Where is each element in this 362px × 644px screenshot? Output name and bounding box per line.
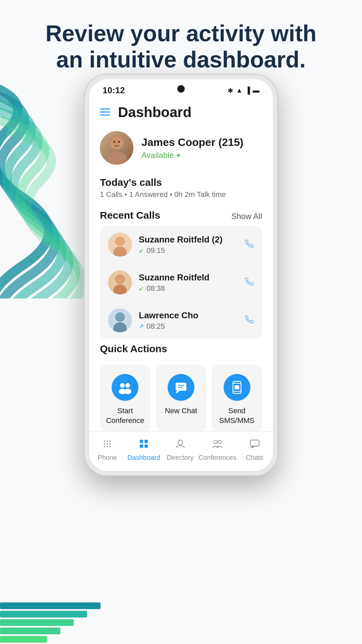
nav-phone-label: Phone [98, 454, 117, 462]
svg-point-21 [125, 383, 130, 388]
app-title: Dashboard [118, 104, 191, 120]
app-content: James Cooper (215) Available ▾ Today's c… [89, 124, 273, 463]
svg-marker-56 [251, 446, 255, 448]
svg-point-45 [104, 446, 105, 447]
svg-point-41 [109, 440, 111, 442]
call-avatar-suzanne1 [108, 232, 132, 257]
start-conference-button[interactable]: Start Conference [100, 365, 150, 432]
wifi-icon: ▲ [236, 87, 243, 94]
nav-directory[interactable]: Directory [162, 436, 198, 464]
call-direction-icon: ↙ [139, 285, 144, 292]
user-status-text: Available [141, 151, 174, 160]
call-item: Suzanne Roitfeld (2) ↙ 09:15 [100, 226, 262, 264]
svg-point-46 [107, 446, 108, 447]
call-name: Suzanne Roitfeld [139, 272, 244, 283]
directory-nav-icon [175, 438, 186, 452]
user-name: James Cooper (215) [141, 136, 262, 149]
call-phone-button[interactable] [244, 276, 254, 289]
svg-point-42 [104, 443, 105, 444]
svg-rect-57 [0, 602, 101, 609]
background-curves [0, 64, 90, 299]
svg-rect-58 [0, 611, 87, 618]
recent-calls-title: Recent Calls [100, 210, 160, 221]
svg-rect-61 [0, 636, 47, 643]
svg-point-4 [107, 151, 127, 165]
user-status-row[interactable]: Available ▾ [141, 151, 262, 160]
svg-rect-59 [0, 619, 74, 626]
svg-rect-49 [144, 440, 148, 443]
nav-conferences-label: Conferences [198, 454, 236, 462]
user-info: James Cooper (215) Available ▾ [141, 136, 262, 160]
svg-point-43 [107, 443, 108, 444]
call-time-row: ↗ 08:25 [139, 322, 244, 331]
status-icons: ✱ ▲ ▐ ▬ [228, 87, 259, 95]
nav-chats[interactable]: Chats [236, 436, 273, 464]
call-avatar-suzanne2 [108, 270, 132, 294]
svg-point-5 [110, 136, 123, 150]
svg-point-11 [116, 236, 124, 245]
dashboard-nav-icon [138, 438, 149, 452]
nav-phone[interactable]: Phone [89, 436, 126, 464]
quick-actions-title: Quick Actions [100, 343, 262, 355]
nav-conferences[interactable]: Conferences [198, 436, 236, 464]
call-time-row: ↙ 09:15 [139, 246, 244, 255]
call-direction-icon: ↙ [139, 247, 144, 254]
svg-point-47 [109, 446, 111, 447]
status-bar: 10:12 ✱ ▲ ▐ ▬ [89, 79, 273, 99]
nav-dashboard[interactable]: Dashboard [126, 436, 162, 464]
bottom-nav: Phone Dashboard [89, 431, 273, 471]
call-avatar-lawrence [108, 308, 132, 332]
calls-list: Suzanne Roitfeld (2) ↙ 09:15 [100, 226, 262, 339]
svg-rect-24 [176, 383, 186, 391]
call-info: Suzanne Roitfeld ↙ 08:38 [139, 272, 244, 293]
phone-screen: 10:12 ✱ ▲ ▐ ▬ Dashboard [89, 79, 273, 471]
svg-marker-25 [176, 391, 180, 393]
new-chat-button[interactable]: New Chat [156, 365, 206, 432]
svg-point-44 [109, 443, 111, 444]
conferences-nav-icon [212, 438, 223, 452]
call-name: Suzanne Roitfeld (2) [139, 234, 244, 245]
user-profile: James Cooper (215) Available ▾ [89, 124, 273, 173]
camera-notch [177, 85, 185, 93]
page-header: Review your activity with an intuitive d… [0, 20, 362, 72]
todays-calls-title: Today's calls [100, 177, 262, 188]
svg-point-39 [104, 440, 105, 442]
menu-icon[interactable] [100, 106, 110, 119]
svg-point-40 [107, 440, 108, 442]
svg-rect-55 [250, 440, 259, 446]
chats-nav-icon [249, 438, 260, 452]
svg-point-19 [116, 312, 124, 321]
svg-point-52 [178, 440, 183, 445]
signal-icon: ▐ [245, 87, 250, 94]
bottom-stripes [0, 602, 362, 644]
nav-dashboard-label: Dashboard [127, 454, 160, 462]
call-time: 09:15 [146, 246, 165, 255]
svg-point-6 [113, 141, 115, 143]
show-all-button[interactable]: Show All [231, 212, 262, 221]
call-info: Suzanne Roitfeld (2) ↙ 09:15 [139, 234, 244, 255]
svg-point-7 [118, 141, 120, 143]
svg-point-53 [214, 440, 217, 444]
svg-point-54 [218, 440, 221, 444]
call-item: Lawrence Cho ↗ 08:25 [100, 302, 262, 339]
call-time: 08:38 [146, 284, 165, 293]
call-phone-button[interactable] [244, 314, 254, 327]
avatar-image [100, 131, 133, 165]
svg-rect-50 [140, 444, 143, 448]
todays-calls-section: Today's calls 1 Calls • 1 Answered • 0h … [89, 173, 273, 206]
new-chat-label: New Chat [165, 406, 197, 416]
start-conference-label: Start Conference [105, 406, 145, 425]
bluetooth-icon: ✱ [228, 87, 233, 95]
svg-point-20 [120, 383, 125, 388]
call-info: Lawrence Cho ↗ 08:25 [139, 310, 244, 331]
status-time: 10:12 [103, 85, 125, 96]
start-conference-icon-bg [112, 374, 138, 401]
new-chat-icon-bg [168, 374, 194, 401]
nav-directory-label: Directory [167, 454, 194, 462]
status-chevron-icon: ▾ [177, 151, 180, 159]
call-phone-button[interactable] [244, 238, 254, 251]
nav-chats-label: Chats [246, 454, 263, 462]
call-direction-icon: ↗ [139, 323, 144, 330]
send-sms-button[interactable]: Send SMS/MMS [212, 365, 262, 432]
phone-nav-icon [102, 438, 113, 452]
